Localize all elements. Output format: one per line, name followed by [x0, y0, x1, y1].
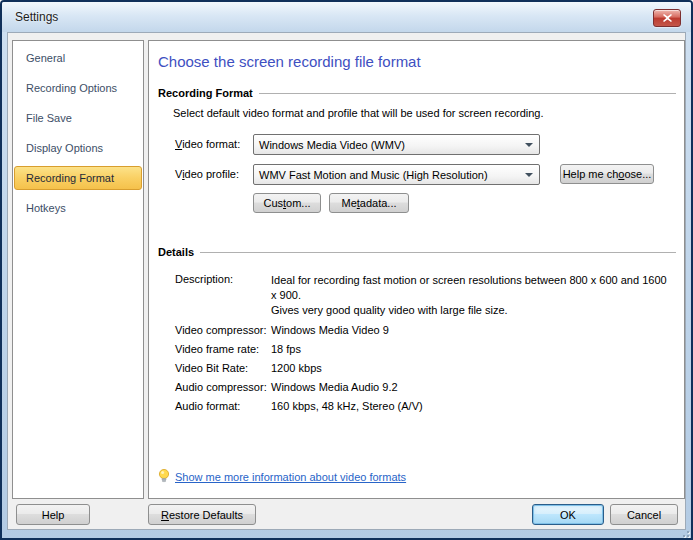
cancel-button[interactable]: Cancel: [610, 504, 678, 525]
group-divider-line: [200, 252, 676, 253]
window-title: Settings: [15, 10, 58, 24]
lightbulb-icon: [158, 469, 170, 485]
titlebar[interactable]: Settings: [2, 2, 691, 32]
video-format-select[interactable]: Windows Media Video (WMV): [253, 134, 540, 155]
group-divider-line: [259, 93, 676, 94]
sidebar-item-hotkeys[interactable]: Hotkeys: [14, 196, 142, 220]
restore-defaults-button[interactable]: Restore Defaults: [148, 504, 256, 525]
sidebar-item-general[interactable]: General: [14, 46, 142, 70]
page-title: Choose the screen recording file format: [158, 53, 421, 70]
resize-grip-icon[interactable]: [679, 527, 689, 537]
video-frame-rate-label: Video frame rate:: [175, 343, 259, 355]
sidebar-item-label: General: [26, 52, 65, 64]
video-format-selected-value: Windows Media Video (WMV): [259, 139, 405, 151]
metadata-button[interactable]: Metadata...: [329, 193, 409, 213]
close-button[interactable]: [653, 9, 681, 27]
ok-button[interactable]: OK: [532, 504, 604, 525]
settings-nav-panel: General Recording Options File Save Disp…: [12, 40, 144, 499]
video-profile-select[interactable]: WMV Fast Motion and Music (High Resoluti…: [253, 164, 540, 185]
chevron-down-icon: [525, 173, 533, 177]
dialog-body: General Recording Options File Save Disp…: [7, 32, 686, 530]
custom-button[interactable]: Custom...: [253, 193, 321, 213]
description-label: Description:: [175, 273, 233, 285]
sidebar-item-label: Hotkeys: [26, 202, 66, 214]
video-bit-rate-label: Video Bit Rate:: [175, 362, 248, 374]
sidebar-item-display-options[interactable]: Display Options: [14, 136, 142, 160]
help-me-choose-button[interactable]: Help me choose...: [560, 164, 654, 184]
video-compressor-label: Video compressor:: [175, 324, 267, 336]
sidebar-item-label: Recording Format: [26, 172, 114, 184]
settings-dialog: Settings General Recording Options File …: [0, 0, 693, 540]
audio-format-label: Audio format:: [175, 400, 240, 412]
description-value: Ideal for recording fast motion or scree…: [271, 273, 671, 318]
sidebar-item-label: Recording Options: [26, 82, 117, 94]
recording-format-page: Choose the screen recording file format …: [148, 40, 685, 499]
sidebar-item-file-save[interactable]: File Save: [14, 106, 142, 130]
intro-text: Select default video format and profile …: [173, 107, 544, 119]
video-format-label: Video format:: [175, 138, 240, 150]
help-button[interactable]: Help: [16, 504, 90, 525]
video-formats-info-link[interactable]: Show me more information about video for…: [175, 471, 406, 483]
audio-format-value: 160 kbps, 48 kHz, Stereo (A/V): [271, 400, 423, 412]
chevron-down-icon: [525, 143, 533, 147]
group-title-label: Recording Format: [158, 87, 253, 99]
video-compressor-value: Windows Media Video 9: [271, 324, 389, 336]
more-info-row: Show me more information about video for…: [158, 469, 406, 485]
video-profile-label: Video profile:: [175, 168, 239, 180]
audio-compressor-label: Audio compressor:: [175, 381, 267, 393]
close-icon: [663, 14, 672, 22]
video-frame-rate-value: 18 fps: [271, 343, 301, 355]
audio-compressor-value: Windows Media Audio 9.2: [271, 381, 398, 393]
group-title-label: Details: [158, 246, 194, 258]
sidebar-item-label: File Save: [26, 112, 72, 124]
video-profile-selected-value: WMV Fast Motion and Music (High Resoluti…: [259, 169, 488, 181]
details-group-header: Details: [158, 246, 676, 258]
sidebar-item-label: Display Options: [26, 142, 103, 154]
video-bit-rate-value: 1200 kbps: [271, 362, 322, 374]
sidebar-item-recording-options[interactable]: Recording Options: [14, 76, 142, 100]
sidebar-item-recording-format[interactable]: Recording Format: [14, 166, 142, 190]
recording-format-group-header: Recording Format: [158, 87, 676, 99]
